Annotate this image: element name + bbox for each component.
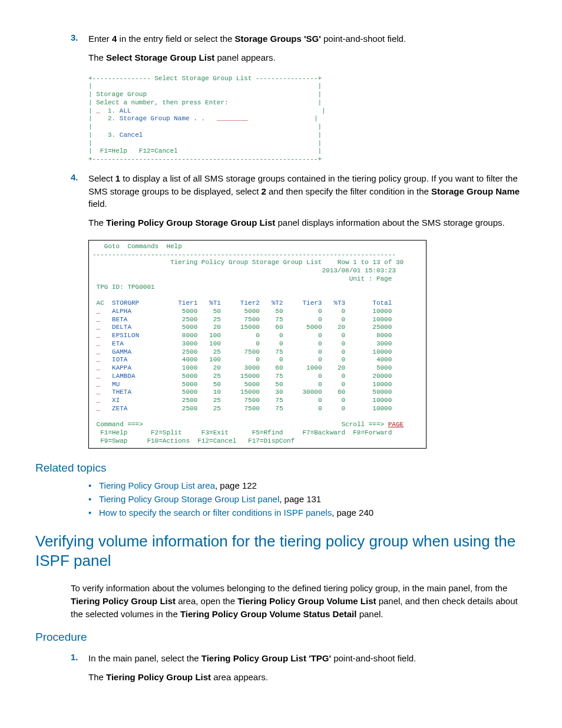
text: field.: [88, 199, 107, 209]
step-4: 4. Select 1 to display a list of all SMS…: [71, 172, 527, 235]
storage-group-list-panel: Goto Commands Help ---------------------…: [88, 240, 427, 449]
related-topics-list: Tiering Policy Group List area, page 122…: [88, 480, 527, 518]
text: in the entry field or select the: [117, 34, 234, 44]
section-heading: Verifying volume information for the tie…: [35, 532, 527, 572]
related-topic: Tiering Policy Group List area, page 122: [88, 480, 527, 490]
text-bold: Tiering Policy Group Volume Status Detai…: [180, 609, 357, 619]
text: point-and-shoot field.: [321, 34, 406, 44]
text: , page 240: [332, 508, 373, 518]
text-bold: Select Storage Group List: [106, 52, 214, 62]
text: point-and-shoot field.: [331, 653, 416, 663]
text: The: [88, 672, 106, 682]
text: panel displays information about the SMS…: [275, 218, 504, 228]
related-topic: Tiering Policy Group Storage Group List …: [88, 494, 527, 504]
step-number: 1.: [71, 652, 88, 690]
text-bold: Storage Group Name: [431, 186, 520, 196]
text: Select: [88, 173, 115, 183]
step-body: In the main panel, select the Tiering Po…: [88, 652, 527, 690]
link[interactable]: Tiering Policy Group Storage Group List …: [99, 494, 279, 504]
link[interactable]: Tiering Policy Group List area: [99, 480, 215, 490]
procedure-heading: Procedure: [35, 631, 527, 644]
text-bold: Tiering Policy Group Volume List: [237, 596, 376, 606]
step-number: 3.: [71, 32, 88, 70]
select-storage-group-panel: +--------------- Select Storage Group Li…: [88, 75, 527, 164]
text-bold: 2: [262, 186, 266, 196]
text-bold: 1: [115, 173, 120, 183]
link[interactable]: How to specify the search or filter cond…: [99, 508, 332, 518]
document-page: 3. Enter 4 in the entry field or select …: [0, 0, 562, 728]
text: Enter: [88, 34, 112, 44]
text-bold: Tiering Policy Group List 'TPG': [201, 653, 331, 663]
step-number: 4.: [71, 172, 88, 235]
procedure-step-1: 1. In the main panel, select the Tiering…: [71, 652, 527, 690]
text: area appears.: [211, 672, 268, 682]
text: panel appears.: [214, 52, 275, 62]
text: The: [88, 52, 106, 62]
step-body: Select 1 to display a list of all SMS st…: [88, 172, 527, 235]
text: In the main panel, select the: [88, 653, 201, 663]
text: , page 131: [279, 494, 321, 504]
text: panel.: [356, 609, 383, 619]
text-bold: Storage Groups 'SG': [234, 34, 320, 44]
text-bold: Tiering Policy Group List: [106, 672, 211, 682]
related-topic: How to specify the search or filter cond…: [88, 508, 527, 518]
text-bold: Tiering Policy Group List: [71, 596, 176, 606]
text: To verify information about the volumes …: [71, 583, 507, 593]
related-topics-heading: Related topics: [35, 462, 527, 475]
intro-paragraph: To verify information about the volumes …: [71, 582, 527, 620]
text: The: [88, 218, 106, 228]
text: , page 122: [215, 480, 257, 490]
step-3: 3. Enter 4 in the entry field or select …: [71, 32, 527, 70]
text: area, open the: [176, 596, 237, 606]
step-body: Enter 4 in the entry field or select the…: [88, 32, 527, 70]
text: and then specify the filter condition in…: [266, 186, 431, 196]
text-bold: Tiering Policy Group Storage Group List: [106, 218, 275, 228]
